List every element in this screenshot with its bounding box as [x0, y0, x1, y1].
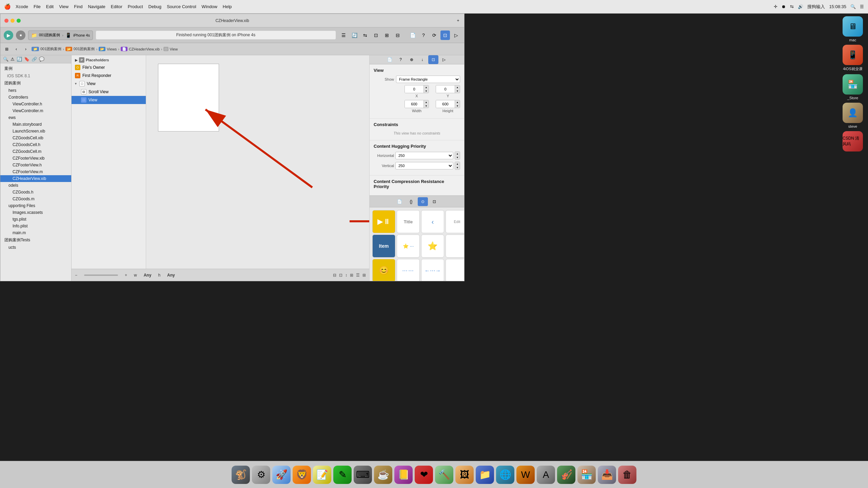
insp-w-input[interactable]	[405, 100, 423, 108]
dock-preview[interactable]: 🖼	[455, 466, 474, 484]
obj-lib-item-star-more[interactable]: ⭐ ···	[397, 235, 420, 258]
window-title-plus[interactable]: ＋	[456, 18, 460, 23]
breadcrumb-item-1[interactable]: 001团购案例	[40, 46, 61, 52]
nav-item-czfooterm[interactable]: CZFooterView.m	[0, 168, 71, 175]
list-icon[interactable]: ☰	[860, 4, 864, 9]
obj-lib-tab-file[interactable]: 📄	[395, 197, 405, 206]
insp-y-input[interactable]	[436, 85, 455, 93]
obj-lib-item-media[interactable]: ▶⏸	[372, 210, 395, 233]
nav-item-czgoodsh[interactable]: CZGoods.h	[0, 189, 71, 196]
insp-x-input[interactable]	[405, 85, 423, 93]
dock-xcode[interactable]: 🔨	[435, 466, 453, 484]
nav-item-controllers[interactable]: Controllers	[0, 94, 71, 101]
obj-lib-item-star-filled[interactable]: ⭐	[421, 235, 444, 258]
insp-y-up[interactable]: ▲	[455, 85, 460, 89]
stop-button[interactable]: ■	[16, 30, 25, 40]
inspector-next[interactable]: ▷	[451, 30, 461, 40]
hugging-v-down[interactable]: ▼	[455, 166, 460, 169]
nav-item-ews[interactable]: ews	[0, 114, 71, 121]
insp-y-down[interactable]: ▼	[455, 89, 460, 93]
nav-item-odels[interactable]: odels	[0, 182, 71, 189]
insp-h-input[interactable]	[436, 100, 455, 108]
nav-item-sdk[interactable]: iOS SDK 8.1	[0, 73, 71, 79]
menu-help[interactable]: Help	[223, 4, 232, 9]
menu-xcode[interactable]: Xcode	[16, 4, 28, 9]
zoom-in-btn[interactable]: +	[125, 273, 127, 278]
obj-lib-tab-objects[interactable]: ⊙	[418, 197, 428, 206]
search-nav-icon[interactable]: 🔍	[3, 57, 8, 62]
dock-terminal[interactable]: ⌨	[354, 466, 372, 484]
grid-view-btn-bottom[interactable]: ⊞	[362, 273, 366, 278]
hugging-h-down[interactable]: ▼	[455, 156, 460, 159]
obj-lib-item-item[interactable]: Item	[372, 235, 395, 258]
nav-item-hers[interactable]: hers	[0, 87, 71, 94]
insp-h-input-group[interactable]: ▲ ▼	[436, 100, 460, 108]
dock-finder[interactable]: 🐒	[232, 466, 250, 484]
insp-tab-size[interactable]: ⊡	[428, 55, 438, 64]
obj-lib-item-smiley[interactable]: 😊	[372, 259, 395, 281]
menu-navigate[interactable]: Navigate	[88, 4, 105, 9]
obj-lib-item-edit[interactable]: Edit	[446, 210, 464, 233]
nav-item-czfooterh[interactable]: CZFooterView.h	[0, 162, 71, 168]
menu-view[interactable]: View	[59, 4, 68, 9]
bookmark-nav-icon[interactable]: 🔖	[24, 57, 29, 62]
insp-w-up[interactable]: ▲	[424, 100, 429, 104]
obj-lib-item-dashes[interactable]: ⋯⋯	[397, 259, 420, 281]
editor-standard[interactable]: ⊡	[371, 30, 381, 40]
obj-files-owner[interactable]: O File's Owner	[72, 63, 146, 72]
menu-editor[interactable]: Editor	[111, 4, 122, 9]
breadcrumb-item-3[interactable]: Views	[107, 47, 117, 51]
list-view-btn[interactable]: ☰	[356, 273, 360, 278]
maximize-button[interactable]	[17, 19, 21, 23]
dock-filezilla[interactable]: 📁	[476, 466, 494, 484]
insp-tab-file[interactable]: 📄	[385, 55, 395, 64]
run-button[interactable]: ▶	[4, 30, 13, 40]
nav-item-infoplist[interactable]: Info.plist	[0, 223, 71, 229]
nav-item-tgsplist[interactable]: tgs.plist	[0, 216, 71, 223]
dock-recycle[interactable]: 🗑	[618, 466, 636, 484]
nav-item-ucts[interactable]: ucts	[0, 244, 71, 251]
layout-btn-2[interactable]: ⊡	[339, 273, 342, 278]
breadcrumb-item-5[interactable]: View	[170, 47, 178, 51]
menu-source-control[interactable]: Source Control	[167, 4, 196, 9]
nav-item-supporting[interactable]: upporting Files	[0, 202, 71, 209]
editor-version[interactable]: ⊟	[393, 30, 402, 40]
message-nav-icon[interactable]: 💬	[39, 57, 44, 62]
link-nav-icon[interactable]: 🔗	[32, 57, 37, 62]
warning-nav-icon[interactable]: ⚠	[11, 57, 15, 62]
obj-lib-item-arrows[interactable]: ←⋯→	[421, 259, 444, 281]
obj-view-parent[interactable]: ▼ □ View	[72, 80, 146, 88]
dock-downloads[interactable]: 📥	[598, 466, 616, 484]
hugging-h-up[interactable]: ▲	[455, 152, 460, 156]
menu-product[interactable]: Product	[128, 4, 143, 9]
help-icon-tab[interactable]: ?	[419, 30, 428, 40]
insp-x-down[interactable]: ▼	[424, 89, 429, 93]
nav-item-czgoodscellm[interactable]: CZGoodsCell.m	[0, 148, 71, 155]
nav-item-launchscreen[interactable]: LaunchScreen.xib	[0, 128, 71, 135]
insp-h-up[interactable]: ▲	[455, 100, 460, 104]
insp-x-up[interactable]: ▲	[424, 85, 429, 89]
insp-x-input-group[interactable]: ▲ ▼	[405, 85, 429, 93]
scheme-selector[interactable]: 📁 001团购案例 › 📱 iPhone 4s	[28, 30, 93, 40]
layout-btn-4[interactable]: ⊞	[350, 273, 353, 278]
menu-window[interactable]: Window	[202, 4, 217, 9]
nav-item-czgoodscellxib[interactable]: CZGoodsCell.xib	[0, 135, 71, 141]
insp-tab-quick-help[interactable]: ?	[396, 55, 406, 64]
insp-y-input-group[interactable]: ▲ ▼	[436, 85, 460, 93]
jump-tab[interactable]: ⟳	[430, 30, 439, 40]
dock-onenote[interactable]: 📒	[394, 466, 413, 484]
forward-btn[interactable]: ›	[22, 45, 29, 53]
dock-launchpad[interactable]: 🚀	[272, 466, 291, 484]
dock-another[interactable]: 🌐	[496, 466, 514, 484]
layout-btn-1[interactable]: ⊟	[333, 273, 336, 278]
dock-emeditor[interactable]: ✎	[333, 466, 352, 484]
breadcrumb-item-4[interactable]: CZHeaderView.xib	[129, 47, 160, 51]
hugging-horizontal-select[interactable]: 250	[395, 152, 453, 159]
dock-placeholder[interactable]: ❤	[415, 466, 433, 484]
nav-item-czheader[interactable]: CZHeaderView.xib	[0, 175, 71, 182]
nav-item-tests[interactable]: 团购案例Tests	[0, 236, 71, 244]
dock-system-prefs[interactable]: ⚙	[252, 466, 270, 484]
layout-toggle[interactable]: ⇆	[360, 30, 370, 40]
apple-menu[interactable]: 🍎	[4, 3, 11, 10]
zoom-out-btn[interactable]: −	[75, 273, 77, 278]
